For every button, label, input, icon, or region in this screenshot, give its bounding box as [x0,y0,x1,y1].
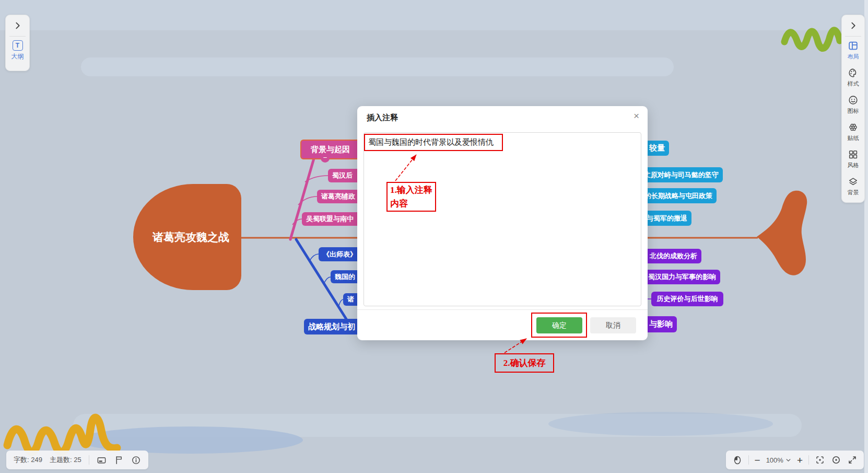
pink-child-connector [292,219,302,225]
left-toolbar: T 大纲 [5,15,30,71]
locate-icon [831,455,841,465]
zoom-level-value: 100% [766,456,783,464]
purple-child-node[interactable]: 历史评价与后世影响 [651,292,723,306]
tab-label: 布局 [848,53,859,61]
divider [808,455,809,465]
info-icon [131,455,141,465]
outline-icon: T [13,40,23,51]
dialog-title: 插入注释 [367,113,398,123]
tab-style[interactable]: 样式 [842,64,864,91]
locate-center-button[interactable] [831,455,841,465]
tab-label: 样式 [848,80,859,88]
topic-count: 主题数: 25 [50,455,81,465]
tab-label: 背景 [848,189,859,197]
zoom-out-button[interactable]: − [755,455,760,465]
fullscreen-button[interactable] [847,455,858,465]
mindmap-root-node[interactable]: 诸葛亮攻魏之战 [133,184,241,290]
pink-child-connector [298,197,317,205]
blue-child-connector [338,299,343,307]
blue-child-connector [324,277,331,284]
flower-icon [848,122,859,133]
branch-head-background-cause[interactable]: 背景与起因 [300,140,360,159]
chevron-down-icon [785,457,791,463]
layout-icon [848,40,859,51]
pink-branch-line [290,157,314,239]
zoom-level-dropdown[interactable]: 100% [766,456,791,464]
ruler-flag-icon [114,455,124,465]
fit-view-button[interactable] [815,455,825,465]
info-button[interactable] [131,455,141,465]
tab-theme[interactable]: 风格 [842,145,864,172]
tab-layout[interactable]: 布局 [842,37,864,64]
chevron-right-icon [13,21,22,30]
right-toolbar: 布局 样式 图标 贴纸 [841,15,865,203]
tutorial-highlight-ok [531,313,587,338]
background-streak [81,57,674,76]
keyboard-shortcuts-button[interactable] [97,455,107,465]
insert-note-dialog: 插入注释 × 蜀国与魏国的时代背景以及爱恨情仇 确定 取消 [357,106,648,340]
expand-panel-button[interactable] [842,15,864,36]
outline-button[interactable]: T 大纲 [6,37,29,64]
mouse-mode-button[interactable] [732,455,743,465]
fit-view-icon [815,455,825,465]
tab-label: 风格 [848,161,859,169]
background-hill [78,426,303,454]
fullscreen-icon [847,455,858,465]
theme-grid-icon [848,149,859,160]
tab-stickers[interactable]: 贴纸 [842,118,864,145]
word-count: 字数: 249 [14,455,42,465]
expand-panel-button[interactable] [6,15,29,36]
tutorial-step2-note: 2.确认保存 [495,353,554,373]
tutorial-step1-note: 1.输入注释内容 [386,182,436,212]
note-text-value: 蜀国与魏国的时代背景以及爱恨情仇 [365,137,497,147]
close-icon[interactable]: × [634,110,639,122]
tab-background[interactable]: 背景 [842,172,864,200]
status-bar: 字数: 249 主题数: 25 [6,451,148,469]
pink-child-connector [305,176,328,182]
zoom-in-button[interactable]: + [797,455,803,465]
blue-child-connector [309,254,319,261]
keyboard-icon [97,455,107,465]
ruler-button[interactable] [114,455,124,465]
note-textarea[interactable] [363,132,641,306]
tab-label: 图标 [848,107,859,115]
dialog-footer-divider [357,309,648,310]
green-squiggle-shape [784,30,840,49]
palette-icon [848,67,859,78]
collapse-toggle[interactable]: − [321,154,330,163]
smiley-icon [848,95,859,106]
background-band [0,0,868,30]
zoom-bar: − 100% + [726,451,864,469]
outline-label: 大纲 [11,52,24,61]
tab-icons[interactable]: 图标 [842,91,864,118]
tutorial-highlight-textarea: 蜀国与魏国的时代背景以及爱恨情仇 [364,134,503,151]
fish-tail-shape [757,191,807,275]
cancel-button[interactable]: 取消 [590,317,636,333]
scrollbar-track[interactable] [864,0,868,473]
tab-label: 贴纸 [848,134,859,142]
divider [89,455,89,465]
layers-icon [848,176,859,187]
tutorial-arrow-2 [505,339,526,353]
chevron-right-icon [849,21,858,30]
mouse-icon [732,455,743,465]
background-hill [548,412,773,436]
divider [748,455,749,465]
